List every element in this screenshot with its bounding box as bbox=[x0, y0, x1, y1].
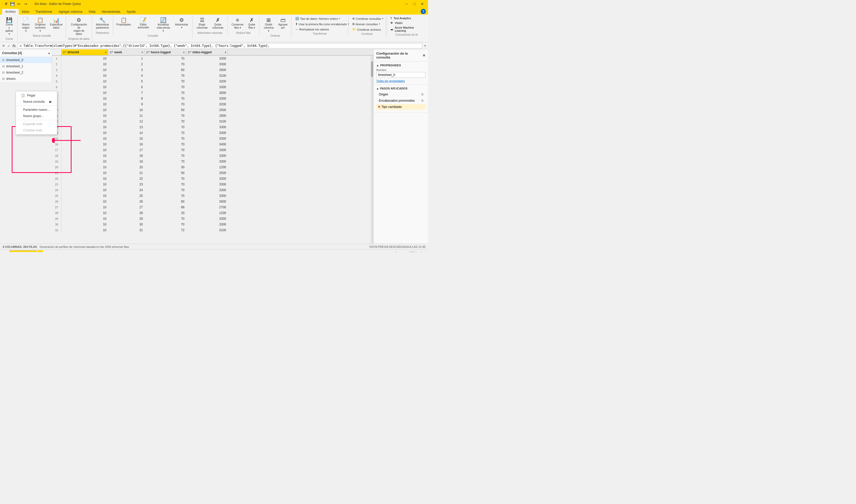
cell-driverid[interactable]: 10 bbox=[61, 56, 108, 61]
cell-hours[interactable]: 70 bbox=[145, 181, 186, 187]
cell-week[interactable]: 27 bbox=[108, 204, 145, 210]
cell-driverid[interactable]: 10 bbox=[61, 67, 108, 73]
cell-driverid[interactable]: 10 bbox=[61, 90, 108, 95]
tab-ayuda[interactable]: Ayuda bbox=[124, 9, 139, 15]
cell-week[interactable]: 20 bbox=[108, 164, 145, 170]
cell-week[interactable]: 6 bbox=[108, 84, 145, 90]
tab-transformar[interactable]: Transformar bbox=[32, 9, 55, 15]
cell-driverid[interactable]: 10 bbox=[61, 124, 108, 130]
cell-hours[interactable]: 30 bbox=[145, 164, 186, 170]
cell-driverid[interactable]: 10 bbox=[61, 96, 108, 101]
cell-hours[interactable]: 70 bbox=[145, 73, 186, 78]
cell-hours[interactable]: 70 bbox=[145, 142, 186, 147]
cell-week[interactable]: 30 bbox=[108, 221, 145, 227]
table-row[interactable]: 27 10 27 66 2700 bbox=[52, 204, 371, 210]
cell-driverid[interactable]: 10 bbox=[61, 61, 108, 67]
formula-input[interactable] bbox=[18, 43, 422, 48]
quitar-columnas-button[interactable]: ✗ Quitarcolumnas bbox=[211, 16, 225, 31]
cell-hours[interactable]: 66 bbox=[145, 204, 186, 210]
cell-week[interactable]: 2 bbox=[108, 61, 145, 67]
cell-miles[interactable]: 3100 bbox=[186, 119, 228, 124]
cell-miles[interactable]: 3300 bbox=[186, 221, 228, 227]
primera-fila-button[interactable]: ⬆ Usar la primera fila como encabezado ▾ bbox=[293, 22, 351, 26]
table-row[interactable]: 11 10 11 70 2900 bbox=[52, 113, 371, 119]
cell-miles[interactable]: 2900 bbox=[186, 113, 228, 118]
cell-week[interactable]: 10 bbox=[108, 107, 145, 113]
cell-driverid[interactable]: 10 bbox=[61, 102, 108, 107]
cell-week[interactable]: 21 bbox=[108, 170, 145, 176]
undo-quick-btn[interactable]: ↩ bbox=[16, 1, 22, 7]
col-filter-hours[interactable]: ▾ bbox=[183, 51, 184, 54]
cell-miles[interactable]: 3300 bbox=[186, 181, 228, 187]
cell-week[interactable]: 31 bbox=[108, 227, 145, 233]
cell-hours[interactable]: 60 bbox=[145, 67, 186, 73]
cell-miles[interactable]: 2600 bbox=[186, 199, 228, 204]
cell-driverid[interactable]: 10 bbox=[61, 187, 108, 193]
cell-week[interactable]: 5 bbox=[108, 78, 145, 84]
close-button[interactable]: ✕ bbox=[418, 0, 426, 7]
tab-inicio[interactable]: Inicio bbox=[19, 9, 32, 15]
cell-week[interactable]: 9 bbox=[108, 102, 145, 107]
cell-week[interactable]: 23 bbox=[108, 181, 145, 187]
cell-miles[interactable]: 3100 bbox=[186, 227, 228, 233]
cell-miles[interactable]: 3000 bbox=[186, 90, 228, 95]
cell-hours[interactable]: 70 bbox=[145, 78, 186, 84]
cell-driverid[interactable]: 10 bbox=[61, 113, 108, 118]
cell-driverid[interactable]: 10 bbox=[61, 107, 108, 113]
zoom-out-icon[interactable]: − bbox=[384, 251, 386, 252]
maximize-button[interactable]: □ bbox=[411, 0, 418, 7]
cell-miles[interactable]: 3300 bbox=[186, 56, 228, 61]
cell-driverid[interactable]: 10 bbox=[61, 78, 108, 84]
actualizar-vista-button[interactable]: 🔄 Actualizarvista previa ▾ bbox=[155, 16, 172, 34]
cell-driverid[interactable]: 10 bbox=[61, 221, 108, 227]
formula-expand-icon[interactable]: ▾ bbox=[424, 44, 426, 48]
formula-fx-icon[interactable]: fx bbox=[13, 44, 16, 48]
tab-add-button[interactable]: + bbox=[37, 250, 43, 252]
context-menu-nueva-consulta[interactable]: Nueva consulta ▶ bbox=[16, 98, 57, 105]
cell-miles[interactable]: 2500 bbox=[186, 107, 228, 113]
elegir-columnas-button[interactable]: ☰ Elegircolumnas bbox=[195, 16, 210, 31]
context-menu-nuevo-grupo[interactable]: Nuevo grupo... bbox=[16, 113, 57, 119]
cell-miles[interactable]: 3300 bbox=[186, 124, 228, 130]
cell-hours[interactable]: 70 bbox=[145, 159, 186, 164]
cell-miles[interactable]: 1200 bbox=[186, 210, 228, 216]
cell-hours[interactable]: 70 bbox=[145, 193, 186, 198]
name-prop-input[interactable] bbox=[376, 72, 425, 78]
vision-button[interactable]: 👁 Visión bbox=[389, 21, 424, 25]
scroll-prev-icon[interactable]: ◀ bbox=[2, 251, 4, 252]
cell-driverid[interactable]: 10 bbox=[61, 119, 108, 124]
zoom-refresh-icon[interactable]: ↺ bbox=[419, 251, 422, 252]
cell-hours[interactable]: 70 bbox=[145, 147, 186, 152]
table-row[interactable]: 29 10 29 70 3300 bbox=[52, 216, 371, 221]
origenes-recientes-button[interactable]: 📋 Orígenesrecientes ▾ bbox=[33, 16, 48, 34]
table-row[interactable]: 16 10 16 70 3400 bbox=[52, 142, 371, 147]
cell-week[interactable]: 29 bbox=[108, 216, 145, 221]
cell-week[interactable]: 15 bbox=[108, 136, 145, 141]
step-origen[interactable]: Origen ⚙ bbox=[376, 92, 425, 97]
admin-parametros-button[interactable]: 🔧 Administrarparámetros bbox=[94, 16, 111, 31]
table-row[interactable]: 3 10 3 60 2800 bbox=[52, 67, 371, 73]
cell-miles[interactable]: 2800 bbox=[186, 67, 228, 73]
table-row[interactable]: 7 10 7 70 3000 bbox=[52, 90, 371, 96]
table-row[interactable]: 26 10 26 60 2600 bbox=[52, 199, 371, 204]
table-row[interactable]: 25 10 25 70 3300 bbox=[52, 193, 371, 199]
combinar-consultas-button[interactable]: ⊕ Combinar consultas ▾ bbox=[351, 16, 385, 21]
step-encabezados-gear-icon[interactable]: ⚙ bbox=[421, 99, 424, 103]
table-row[interactable]: 18 10 18 70 3300 bbox=[52, 153, 371, 159]
table-row[interactable]: 30 10 30 70 3300 bbox=[52, 221, 371, 227]
cell-hours[interactable]: 70 bbox=[145, 136, 186, 141]
step-encabezados[interactable]: Encabezados promovidos ⚙ bbox=[376, 98, 425, 104]
cell-driverid[interactable]: 10 bbox=[61, 136, 108, 141]
col-header-week[interactable]: 1²³ week ▾ bbox=[108, 49, 145, 55]
cell-week[interactable]: 11 bbox=[108, 113, 145, 118]
cell-hours[interactable]: 70 bbox=[145, 124, 186, 130]
cell-week[interactable]: 25 bbox=[108, 193, 145, 198]
zoom-in-icon[interactable]: + bbox=[405, 251, 407, 252]
nuevo-origen-button[interactable]: 📄 Nuevoorigen ▾ bbox=[20, 16, 32, 34]
zoom-handle[interactable] bbox=[394, 252, 397, 252]
cell-week[interactable]: 24 bbox=[108, 187, 145, 193]
cell-driverid[interactable]: 10 bbox=[61, 73, 108, 78]
cell-miles[interactable]: 3300 bbox=[186, 130, 228, 136]
context-menu-pegar[interactable]: 📋 Pegar bbox=[16, 92, 57, 98]
table-row[interactable]: 13 10 13 70 3300 bbox=[52, 124, 371, 130]
